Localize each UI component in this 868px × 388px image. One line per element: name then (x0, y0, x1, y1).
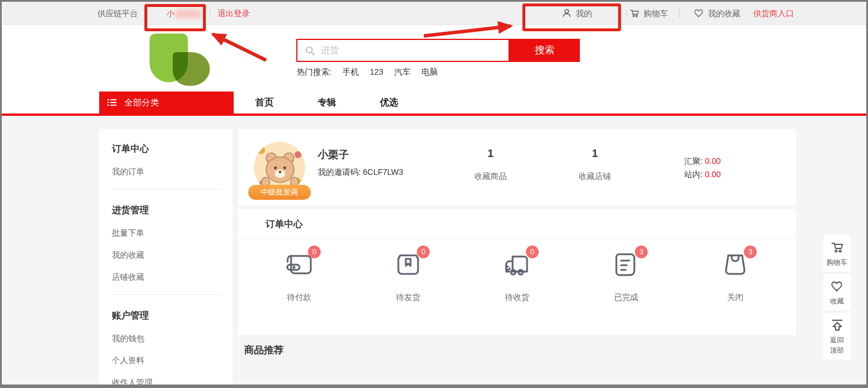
stat-favorite-shops[interactable]: 1 收藏店铺 (560, 129, 630, 182)
username-link[interactable]: 小 (166, 2, 201, 25)
hot-search-item[interactable]: 汽车 (394, 67, 411, 76)
sidebar-item-wallet[interactable]: 我的钱包 (112, 334, 222, 344)
username-redaction (176, 9, 201, 19)
profile-card: 中级批发商 小栗子 我的邀请码: 6CLF7LW3 1 收藏商品 1 收藏店铺 … (238, 129, 796, 206)
list-icon (107, 98, 117, 107)
order-center-title: 订单中心 (266, 218, 303, 230)
platform-label: 供应链平台 (97, 2, 138, 25)
stat-favorite-products[interactable]: 1 收藏商品 (456, 129, 525, 182)
sidebar-group-title-account: 账户管理 (112, 310, 222, 322)
sidebar-item-my-orders[interactable]: 我的订单 (112, 167, 222, 177)
divider (210, 9, 210, 18)
divider (626, 9, 627, 18)
order-status-pending-shipment[interactable]: 0 待发货 (354, 246, 463, 303)
order-status-pending-receipt[interactable]: 0 待收货 (463, 246, 572, 303)
stat-label: 收藏店铺 (560, 171, 630, 182)
balance-block: 汇聚: 0.00 站内: 0.00 (684, 155, 721, 181)
page: 供应链平台 小 退出登录 我的 购物车 我的收藏 供货商入口 (0, 0, 868, 388)
divider (679, 9, 680, 18)
order-center-card: 订单中心 0 待付款 (238, 209, 796, 335)
header: 搜索 热门搜索: 手机 123 汽车 电脑 (2, 25, 866, 91)
balance-row: 站内: 0.00 (684, 168, 721, 181)
search-area: 搜索 (296, 39, 580, 62)
divider (112, 189, 222, 189)
count-badge: 0 (308, 246, 321, 258)
stat-value: 1 (560, 148, 630, 160)
all-categories-label: 全部分类 (124, 97, 159, 107)
content: 订单中心 我的订单 进货管理 批量下单 我的收藏 店铺收藏 账户管理 我的钱包 … (2, 116, 866, 385)
count-badge: 0 (526, 246, 539, 258)
recommend-title: 商品推荐 (244, 343, 284, 357)
balance-value: 0.00 (705, 170, 721, 179)
supplier-entry-link[interactable]: 供货商入口 (753, 2, 794, 25)
my-account-label: 我的 (576, 9, 592, 18)
sidebar-group-title-purchasing: 进货管理 (112, 204, 222, 217)
count-badge: 3 (635, 246, 648, 258)
sidebar-item-recipients[interactable]: 收件人管理 (112, 378, 222, 388)
hot-search-row: 热门搜索: 手机 123 汽车 电脑 (297, 67, 446, 78)
hot-search-label: 热门搜索: (297, 67, 332, 76)
username-text: 小 (166, 9, 175, 18)
favorites-link[interactable]: 我的收藏 (693, 2, 740, 25)
balance-label: 站内: (684, 170, 703, 179)
back-to-top-icon (830, 318, 844, 332)
sidebar-item-shop-favorites[interactable]: 店铺收藏 (112, 272, 222, 283)
main-nav: 全部分类 首页 专辑 优选 (2, 91, 866, 114)
sidebar-item-profile[interactable]: 个人资料 (112, 356, 222, 366)
balance-value: 0.00 (705, 156, 721, 166)
invite-code: 我的邀请码: 6CLF7LW3 (318, 167, 404, 178)
float-favorite-button[interactable]: 收藏 (823, 274, 851, 310)
order-status-closed[interactable]: 3 关闭 (681, 246, 790, 303)
hot-search-item[interactable]: 电脑 (422, 67, 438, 76)
site-logo[interactable] (150, 34, 213, 86)
user-name: 小栗子 (318, 148, 349, 162)
float-cart-button[interactable]: 购物车 (823, 235, 851, 272)
search-button[interactable]: 搜索 (510, 39, 580, 62)
nav-home[interactable]: 首页 (255, 91, 274, 114)
nav-featured[interactable]: 优选 (380, 91, 398, 114)
search-input[interactable] (321, 40, 506, 61)
topbar: 供应链平台 小 退出登录 我的 购物车 我的收藏 供货商入口 (2, 2, 866, 25)
float-bar: 购物车 收藏 返回 顶部 (823, 235, 851, 362)
my-account-link[interactable]: 我的 (561, 2, 592, 25)
divider (238, 238, 796, 239)
count-badge: 0 (417, 246, 430, 258)
back-to-top-button[interactable]: 返回 顶部 (823, 313, 851, 360)
all-categories-button[interactable]: 全部分类 (99, 91, 234, 114)
search-icon (304, 45, 315, 56)
cart-icon (830, 240, 844, 254)
sidebar-group-title-orders: 订单中心 (112, 143, 222, 155)
hot-search-item[interactable]: 手机 (343, 67, 359, 76)
order-status-completed[interactable]: 3 已完成 (572, 246, 681, 303)
cart-icon (629, 4, 640, 15)
count-badge: 3 (744, 246, 757, 258)
cart-label: 购物车 (644, 9, 668, 18)
sidebar-item-bulk-order[interactable]: 批量下单 (112, 228, 222, 239)
stat-value: 1 (456, 148, 525, 160)
membership-badge: 中级批发商 (248, 185, 311, 200)
nav-albums[interactable]: 专辑 (318, 91, 336, 114)
user-icon (561, 4, 572, 15)
favorites-label: 我的收藏 (708, 9, 740, 18)
divider (112, 294, 222, 295)
stat-label: 收藏商品 (456, 171, 525, 182)
cart-link[interactable]: 购物车 (629, 2, 668, 25)
order-status-pending-payment[interactable]: 0 待付款 (245, 246, 354, 303)
heart-icon (693, 4, 704, 15)
hot-search-item[interactable]: 123 (370, 67, 383, 76)
logout-link[interactable]: 退出登录 (217, 2, 250, 25)
sidebar-item-my-favorites[interactable]: 我的收藏 (112, 250, 222, 261)
balance-label: 汇聚: (684, 156, 703, 166)
heart-icon (830, 279, 844, 293)
sidebar-menu: 订单中心 我的订单 进货管理 批量下单 我的收藏 店铺收藏 账户管理 我的钱包 … (99, 129, 233, 385)
order-status-row: 0 待付款 0 待发货 (245, 246, 790, 303)
balance-row: 汇聚: 0.00 (684, 155, 721, 168)
logo-shape-dark (173, 52, 210, 86)
search-box (296, 39, 510, 62)
